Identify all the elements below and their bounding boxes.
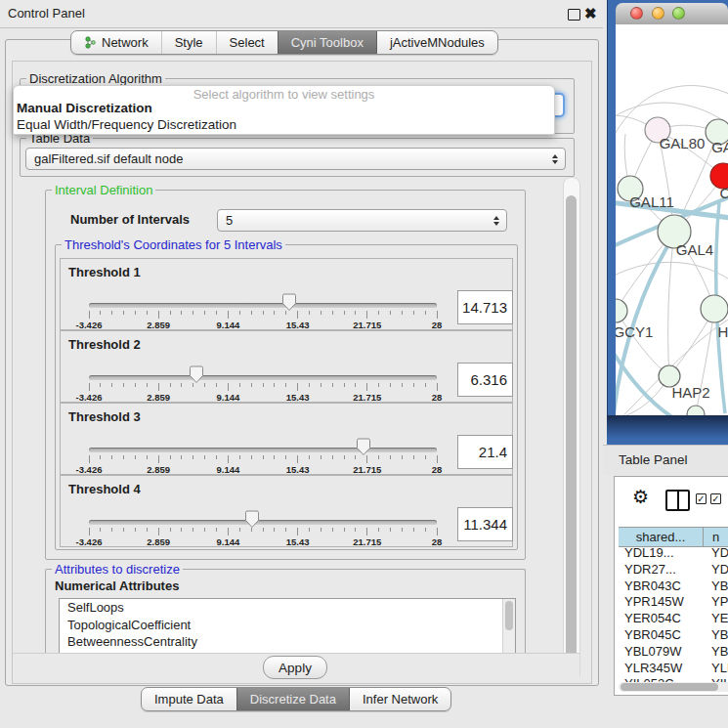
numerical-attributes-label: Numerical Attributes [55, 578, 179, 593]
close-icon[interactable]: ✖ [584, 4, 597, 23]
table-row[interactable]: YBL079WYBL0 [619, 644, 728, 661]
slider-tick-labels: -3.4262.8599.14415.4321.71528 [89, 536, 437, 547]
tab-label: Network [102, 31, 149, 54]
network-node-h[interactable] [701, 295, 728, 322]
dropdown-option-equal-width-frequency[interactable]: Equal Width/Frequency Discretization [17, 117, 236, 133]
table-hscrollbar-thumb[interactable] [621, 683, 718, 691]
tab-style[interactable]: Style [161, 31, 216, 54]
gear-icon[interactable]: ⚙ [632, 487, 649, 508]
tick-mark [147, 311, 148, 315]
dropdown-option-manual-discretization[interactable]: Manual Discretization [17, 101, 152, 116]
table-cell: YER0 [704, 611, 728, 627]
attribute-item[interactable]: BetweennessCentrality [60, 633, 515, 651]
slider-track[interactable] [89, 448, 437, 452]
tick-mark [111, 528, 112, 532]
slider-thumb[interactable] [244, 510, 260, 529]
group-title: Discretization Algorithm [26, 71, 165, 86]
tick-mark [263, 528, 264, 532]
slider-track[interactable] [89, 303, 437, 308]
table-cell: YBR045C [619, 627, 704, 644]
tick-mark [89, 528, 90, 535]
threshold-slider: -3.4262.8599.14415.4321.71528 [89, 476, 437, 546]
table-row[interactable]: YBR045CYBR0 [619, 627, 728, 644]
tick-label: 9.144 [217, 536, 240, 547]
slider-track[interactable] [89, 520, 437, 525]
tick-label: 9.144 [217, 464, 240, 475]
tab-impute-data[interactable]: Impute Data [142, 688, 236, 710]
table-hscrollbar-track[interactable] [619, 682, 728, 692]
table-cell: YER054C [619, 611, 704, 627]
tick-mark [390, 455, 391, 459]
close-traffic-light-icon[interactable] [630, 7, 643, 20]
tick-mark [355, 383, 356, 387]
table-row[interactable]: YLR345WYLR3 [619, 661, 728, 677]
tab-jactivemnodules[interactable]: jActiveMNodules [376, 31, 497, 54]
table-cell: YDR2 [704, 562, 728, 578]
zoom-traffic-light-icon[interactable] [672, 7, 685, 20]
node-label: GAL11 [629, 193, 674, 210]
list-scrollbar-track[interactable] [502, 599, 515, 654]
main-scrollbar-thumb[interactable] [566, 195, 577, 671]
table-row[interactable]: YER054CYER0 [619, 611, 728, 627]
threshold-value-field[interactable]: 6.316 [457, 363, 513, 397]
tick-mark [158, 383, 159, 391]
tab-discretize-data[interactable]: Discretize Data [236, 688, 349, 710]
tick-mark [251, 455, 252, 459]
threshold-value-field[interactable]: 21.4 [457, 435, 513, 469]
table-panel-title: Table Panel [619, 446, 688, 475]
tick-mark [309, 383, 310, 387]
network-window-titlebar[interactable] [616, 3, 728, 25]
tick-mark [170, 311, 171, 315]
tick-mark [378, 383, 379, 387]
column-header-shared[interactable]: shared... [619, 528, 704, 546]
slider-track[interactable] [89, 375, 437, 380]
float-window-icon[interactable] [568, 9, 580, 21]
table-cell: YPR145W [619, 594, 704, 611]
tick-mark [344, 455, 345, 459]
network-node-gcy1[interactable] [616, 299, 627, 322]
number-of-intervals-combobox[interactable]: 5 [217, 209, 507, 232]
threshold-value-field[interactable]: 14.713 [457, 290, 513, 324]
list-scrollbar-thumb[interactable] [505, 601, 513, 630]
tick-mark [332, 528, 333, 532]
slider-thumb[interactable] [356, 438, 371, 456]
tick-mark [413, 383, 414, 387]
node-label: GAL4 [676, 241, 713, 258]
checkbox-icon[interactable]: ✓ [696, 493, 707, 504]
column-header-name[interactable]: n [704, 528, 728, 546]
tick-mark [285, 383, 286, 387]
table-cell: YBL0 [704, 644, 728, 661]
attribute-item[interactable]: TopologicalCoefficient [60, 617, 515, 634]
table-cell: YDR27... [619, 562, 704, 578]
tick-mark [111, 455, 112, 459]
table-cell: YBR043C [619, 578, 704, 595]
slider-thumb[interactable] [189, 365, 204, 384]
tab-cyni-toolbox[interactable]: Cyni Toolbox [278, 31, 376, 54]
tab-infer-network[interactable]: Infer Network [349, 688, 450, 710]
tick-mark [89, 455, 90, 463]
slider-thumb[interactable] [281, 293, 297, 312]
attribute-item[interactable]: SelfLoops [60, 599, 515, 617]
table-row[interactable]: YDR27...YDR2 [619, 562, 728, 578]
tab-network[interactable]: Network [71, 31, 161, 54]
node-label: HAP2 [671, 384, 709, 401]
minimize-traffic-light-icon[interactable] [652, 7, 664, 20]
table-row[interactable]: YDL19...YDL1 [619, 545, 728, 562]
tick-mark [263, 311, 264, 315]
network-node-unlabeled[interactable] [687, 406, 705, 415]
tick-label: -3.426 [76, 392, 103, 403]
apply-button[interactable]: Apply [263, 656, 327, 679]
table-row[interactable]: YBR043CYBR0 [619, 578, 728, 595]
table-data-combobox[interactable]: galFiltered.sif default node [25, 148, 566, 170]
table-row[interactable]: YPR145WYPR1 [619, 594, 728, 611]
columns-icon[interactable] [665, 490, 690, 511]
tick-mark [239, 455, 240, 459]
table-cell: YLR345W [619, 661, 704, 677]
checkbox-icon[interactable]: ✓ [710, 493, 721, 504]
threshold-value-field[interactable]: 11.344 [457, 507, 513, 541]
table-cell: YBR0 [704, 578, 728, 595]
tab-select[interactable]: Select [216, 31, 278, 54]
network-canvas[interactable]: GAL80GACGAL11GAL4GCY1HHAP2 [616, 24, 728, 415]
tick-mark [100, 455, 101, 459]
panel-title: Control Panel [8, 0, 85, 27]
